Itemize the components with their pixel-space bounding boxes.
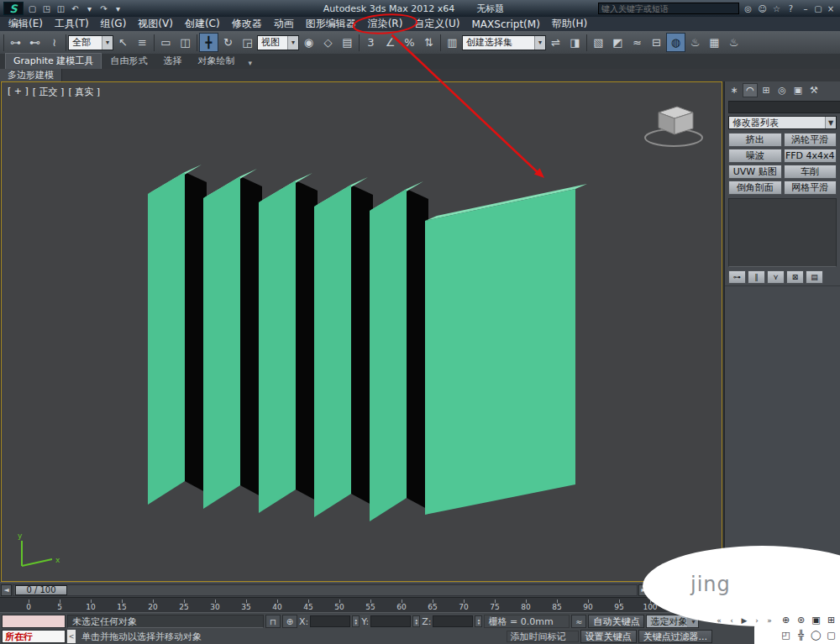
panel-tab-polygon-modeling[interactable]: 多边形建模	[0, 69, 62, 81]
window-crossing-icon[interactable]: ◫	[176, 33, 195, 52]
box-object-3[interactable]	[259, 181, 296, 513]
configure-modifier-sets-icon[interactable]: ▤	[806, 270, 823, 284]
unlink-selection-icon[interactable]: ⊷	[25, 33, 45, 52]
modifier-preset-button[interactable]: 涡轮平滑	[784, 133, 837, 147]
zoom-all-icon[interactable]: ⊛	[794, 613, 808, 627]
go-to-end-icon[interactable]: »	[764, 615, 775, 626]
render-production-icon[interactable]: ♨	[724, 33, 743, 52]
select-by-name-icon[interactable]: ≡	[133, 33, 152, 52]
use-pivot-point-center-icon[interactable]: ◉	[299, 33, 318, 52]
time-slider-track[interactable]: 0 / 100	[13, 584, 638, 596]
modifier-preset-button[interactable]: 车削	[784, 165, 837, 179]
track-bar[interactable]: 0510152025303540455055606570758085909510…	[0, 597, 724, 612]
time-slider-handle[interactable]: 0 / 100	[15, 585, 67, 595]
viewport[interactable]: [ + ] [ 正交 ] [ 真实 ] y x	[1, 81, 722, 582]
minimize-icon[interactable]: –	[800, 4, 811, 13]
modifier-preset-button[interactable]: 挤出	[728, 133, 782, 147]
snap-toggle-3d-icon[interactable]: 3	[361, 33, 381, 52]
box-object-1[interactable]	[148, 172, 185, 505]
menu-views[interactable]: 视图(V)	[132, 16, 179, 32]
rectangular-selection-region-icon[interactable]: ▭	[156, 33, 176, 52]
favorites-star-icon[interactable]: ☆	[770, 4, 783, 13]
edit-named-selection-sets-icon[interactable]: ▥	[443, 33, 462, 52]
modifier-preset-button[interactable]: 噪波	[728, 149, 782, 163]
maxscript-listener-top[interactable]	[2, 615, 66, 628]
align-icon[interactable]: ◨	[565, 33, 585, 52]
menu-render[interactable]: 渲染(R)	[362, 16, 409, 32]
select-and-scale-icon[interactable]: ◲	[238, 33, 257, 52]
z-spinner[interactable]: ▴▾	[475, 615, 482, 627]
remove-modifier-icon[interactable]: ⊠	[786, 270, 804, 284]
menu-edit[interactable]: 编辑(E)	[3, 16, 49, 32]
menu-help[interactable]: 帮助(H)	[546, 16, 593, 32]
go-to-start-icon[interactable]: «	[713, 615, 725, 626]
modifier-stack-list[interactable]	[728, 198, 837, 267]
x-spinner[interactable]: ▴▾	[352, 615, 360, 627]
maximize-viewport-icon[interactable]: ▢	[824, 628, 838, 642]
bind-to-space-warp-icon[interactable]: ≀	[45, 33, 64, 52]
command-tab-hierarchy-icon[interactable]: ⊞	[759, 83, 774, 97]
modifier-list-dropdown[interactable]: 修改器列表 ▼	[728, 116, 837, 129]
menu-animation[interactable]: 动画	[268, 16, 300, 32]
select-and-move-icon[interactable]: ╋	[199, 33, 218, 52]
search-input[interactable]	[598, 3, 739, 14]
orbit-icon[interactable]: ◯	[809, 628, 823, 642]
graphite-ribbon-toggle-icon[interactable]: ◩	[608, 33, 627, 52]
command-tab-motion-icon[interactable]: ◎	[774, 83, 790, 97]
pin-stack-icon[interactable]: ⊶	[728, 270, 746, 284]
box-object-4[interactable]	[314, 185, 351, 517]
ribbon-tab-graphite[interactable]: Graphite 建模工具	[5, 53, 102, 69]
set-key-button[interactable]: 设置关键点	[580, 630, 637, 643]
menu-maxscript[interactable]: MAXScript(M)	[466, 18, 546, 31]
undo-caret-icon[interactable]: ▾	[82, 3, 97, 15]
select-and-manipulate-icon[interactable]: ◇	[318, 33, 338, 52]
modifier-preset-button[interactable]: FFD 4x4x4	[784, 149, 837, 163]
command-tab-create-icon[interactable]: ∗	[727, 83, 742, 97]
next-frame-icon[interactable]: ›	[751, 615, 763, 626]
viewport-shading-label[interactable]: [ 真实 ]	[68, 86, 100, 98]
y-spinner[interactable]: ▴▾	[412, 615, 420, 627]
render-setup-icon[interactable]: ♨	[685, 33, 705, 52]
menu-modifiers[interactable]: 修改器	[226, 16, 268, 32]
previous-frame-icon[interactable]: ‹	[726, 615, 738, 626]
close-icon[interactable]: ×	[825, 4, 837, 13]
ribbon-tab-selection[interactable]: 选择	[155, 54, 189, 69]
z-coordinate-input[interactable]	[433, 615, 473, 627]
undo-icon[interactable]: ↶	[68, 3, 82, 15]
save-file-icon[interactable]: ◫	[54, 3, 68, 15]
menu-customize[interactable]: 自定义(U)	[408, 16, 465, 32]
box-object-2[interactable]	[203, 176, 240, 509]
selection-lock-icon[interactable]: ⊓	[265, 615, 281, 628]
auto-key-button[interactable]: 自动关键点	[588, 615, 644, 628]
modifier-preset-button[interactable]: 倒角剖面	[728, 181, 782, 195]
zoom-region-icon[interactable]: ◰	[779, 628, 793, 642]
menu-group[interactable]: 组(G)	[95, 16, 133, 32]
zoom-extents-all-icon[interactable]: ⊞	[824, 613, 838, 627]
menu-graph-editors[interactable]: 图形编辑器	[300, 16, 362, 32]
search-icon[interactable]: ◎	[742, 4, 754, 13]
sign-in-icon[interactable]: ☺	[756, 4, 769, 13]
play-animation-icon[interactable]: ▶	[738, 615, 750, 626]
spinner-snap-icon[interactable]: ⇅	[419, 33, 438, 52]
ribbon-caret-icon[interactable]: ▾	[243, 59, 257, 69]
percent-snap-icon[interactable]: %	[400, 33, 419, 52]
zoom-icon[interactable]: ⊕	[779, 613, 793, 627]
zoom-extents-icon[interactable]: ▣	[809, 613, 823, 627]
y-coordinate-input[interactable]	[370, 615, 411, 627]
command-tab-modify-icon[interactable]: ◠	[743, 83, 758, 97]
select-object-icon[interactable]: ↖	[113, 33, 133, 52]
menu-tools[interactable]: 工具(T)	[49, 16, 95, 32]
restore-icon[interactable]: ▢	[812, 4, 824, 13]
material-editor-icon[interactable]: ◍	[666, 33, 685, 52]
schematic-view-icon[interactable]: ⊟	[647, 33, 666, 52]
box-object-6[interactable]	[425, 189, 575, 515]
modifier-preset-button[interactable]: UVW 贴图	[728, 165, 782, 179]
show-end-result-icon[interactable]: ∥	[748, 270, 765, 284]
manage-layers-icon[interactable]: ▧	[589, 33, 608, 52]
key-filters-button[interactable]: 关键点过滤器...	[638, 630, 713, 643]
angle-snap-icon[interactable]: ∠	[381, 33, 400, 52]
new-file-icon[interactable]: ▢	[25, 3, 39, 15]
viewcube[interactable]	[634, 97, 710, 149]
named-selection-sets-dropdown[interactable]: 创建选择集▾	[462, 35, 546, 50]
redo-icon[interactable]: ↷	[97, 3, 111, 15]
